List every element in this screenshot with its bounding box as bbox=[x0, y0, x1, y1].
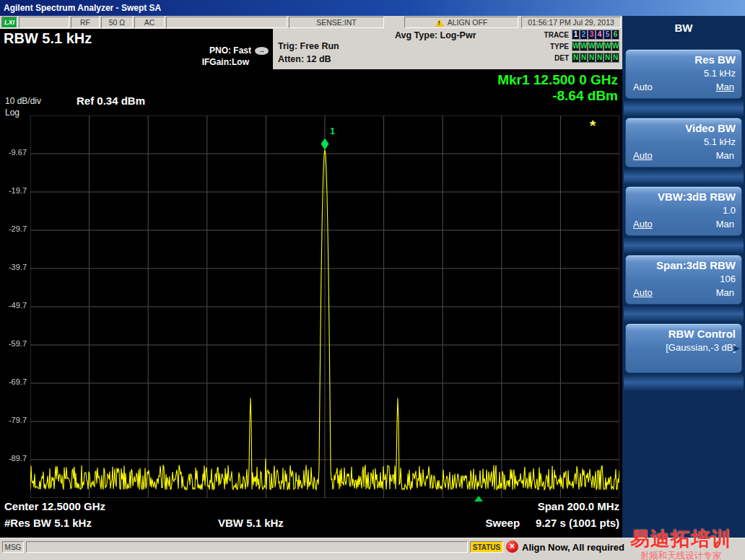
trace-number-6: 6 bbox=[611, 30, 619, 40]
detector-2: N bbox=[580, 53, 588, 63]
type-label: TYPE bbox=[537, 43, 569, 51]
man-option[interactable]: Man bbox=[716, 80, 734, 94]
softkey-gap bbox=[624, 237, 744, 254]
trace-type-row: WWWWWW bbox=[572, 41, 619, 51]
spectrum-analyzer-screen: Agilent Spectrum Analyzer - Swept SA LXI… bbox=[0, 0, 745, 560]
softkey-video-bw[interactable]: Video BW5.1 kHzAutoMan bbox=[625, 118, 742, 167]
y-axis-label: -79.7 bbox=[0, 416, 27, 424]
softkey-vbw-3db-rbw[interactable]: VBW:3dB RBW1.0AutoMan bbox=[625, 186, 742, 236]
softkey-title: Video BW bbox=[632, 121, 736, 136]
detector-3: N bbox=[588, 53, 596, 63]
impedance-indicator: 50 Ω bbox=[101, 17, 133, 28]
trigger-setting: Trig: Free Run bbox=[278, 41, 339, 51]
softkey-menu-title: BW bbox=[622, 22, 745, 34]
pno-setting: PNO: Fast→ bbox=[124, 45, 269, 56]
detector-4: N bbox=[596, 53, 604, 63]
sweep-label: Sweep bbox=[486, 517, 520, 529]
y-axis-label: -19.7 bbox=[0, 186, 27, 195]
y-axis-label: -49.7 bbox=[0, 301, 27, 310]
trace-type-5: W bbox=[604, 41, 611, 51]
trace-number-row: 123456 bbox=[572, 30, 619, 40]
trace-type-4: W bbox=[596, 41, 604, 51]
rf-indicator: RF bbox=[71, 17, 100, 28]
det-label: DET bbox=[537, 54, 569, 62]
message-field bbox=[26, 541, 468, 553]
auto-man-row: AutoMan bbox=[632, 217, 736, 231]
softkey-value: 1.0 bbox=[632, 204, 736, 217]
statusbar-segment bbox=[19, 17, 69, 28]
trace-label: TRACE bbox=[537, 31, 569, 39]
grid-lines bbox=[30, 115, 619, 498]
softkey-gap bbox=[624, 305, 744, 323]
warning-icon: ! bbox=[435, 19, 444, 27]
y-axis-label: -69.7 bbox=[0, 377, 27, 386]
sense-indicator: SENSE:INT bbox=[289, 17, 384, 28]
softkey-panel: BW Res BW5.1 kHzAutoManVideo BW5.1 kHzAu… bbox=[622, 16, 745, 538]
y-axis-label: -29.7 bbox=[0, 224, 27, 233]
softkey-rbw-control[interactable]: RBW Control[Gaussian,-3 dB]▶ bbox=[625, 323, 742, 373]
scale-type: Log bbox=[5, 108, 19, 118]
lxi-icon: LXI bbox=[1, 17, 17, 28]
auto-man-row: AutoMan bbox=[632, 286, 736, 299]
man-option[interactable]: Man bbox=[716, 286, 734, 299]
softkey-value: 5.1 kHz bbox=[632, 67, 736, 80]
softkey-span-3db-rbw[interactable]: Span:3dB RBW106AutoMan bbox=[625, 255, 742, 305]
center-freq-annotation: Center 12.5000 GHz bbox=[4, 500, 105, 512]
softkey-gap bbox=[624, 168, 744, 185]
vbw-annotation: VBW 5.1 kHz bbox=[218, 517, 284, 529]
trace-number-3: 3 bbox=[588, 30, 596, 40]
marker1-number: 1 bbox=[330, 126, 335, 136]
msg-field: MSG bbox=[2, 541, 24, 553]
softkey-title: RBW Control bbox=[632, 326, 736, 341]
auto-option[interactable]: Auto bbox=[633, 80, 653, 94]
softkey-gap bbox=[624, 100, 744, 117]
res-bw-annotation: #Res BW 5.1 kHz bbox=[4, 517, 92, 529]
ref-level: Ref 0.34 dBm bbox=[77, 95, 145, 107]
statusbar-segment bbox=[166, 17, 287, 28]
trace-type-1: W bbox=[572, 41, 580, 51]
auto-option[interactable]: Auto bbox=[633, 286, 653, 299]
softkey-value: 106 bbox=[632, 273, 736, 286]
marker-readout-freq: Mkr1 12.500 0 GHz bbox=[347, 72, 618, 88]
atten-setting: Atten: 12 dB bbox=[278, 54, 331, 64]
align-status: ! ALIGN OFF bbox=[404, 17, 518, 28]
softkey-gap bbox=[624, 374, 744, 391]
softkey-title: Res BW bbox=[632, 52, 736, 67]
y-axis-label: -89.7 bbox=[0, 454, 27, 463]
auto-option[interactable]: Auto bbox=[633, 217, 653, 231]
softkey-title: VBW:3dB RBW bbox=[632, 189, 736, 204]
ifgain-setting: IFGain:Low bbox=[116, 57, 249, 67]
status-field-label: STATUS bbox=[470, 541, 503, 553]
coupling-indicator: AC bbox=[134, 17, 165, 28]
scale-per-div: 10 dB/div bbox=[5, 96, 41, 106]
datetime-display: 01:56:17 PM Jul 29, 2013 bbox=[521, 17, 621, 28]
rbw-large-readout: RBW 5.1 kHz bbox=[4, 30, 92, 47]
trace-type-3: W bbox=[588, 41, 596, 51]
auto-man-row: AutoMan bbox=[632, 149, 736, 162]
marker1-diamond-icon bbox=[321, 139, 329, 150]
pno-text: PNO: Fast bbox=[209, 45, 251, 56]
status-message: Align Now, All required bbox=[522, 542, 624, 553]
y-axis-label: -39.7 bbox=[0, 263, 27, 271]
man-option[interactable]: Man bbox=[716, 149, 734, 162]
error-icon: × bbox=[506, 541, 518, 553]
softkey-res-bw[interactable]: Res BW5.1 kHzAutoMan bbox=[625, 49, 742, 99]
trace-type-2: W bbox=[580, 41, 588, 51]
span-annotation: Span 200.0 MHz bbox=[433, 500, 619, 512]
detector-5: N bbox=[604, 53, 611, 63]
trace-number-4: 4 bbox=[596, 30, 604, 40]
window-title: Agilent Spectrum Analyzer - Swept SA bbox=[4, 3, 161, 13]
sweep-value: 9.27 s (1001 pts) bbox=[536, 517, 619, 529]
man-option[interactable]: Man bbox=[716, 217, 734, 231]
auto-option[interactable]: Auto bbox=[633, 149, 653, 162]
graticule: 1 bbox=[30, 115, 619, 498]
softkey-title: Span:3dB RBW bbox=[632, 258, 736, 273]
softkey-value: [Gaussian,-3 dB] bbox=[632, 341, 736, 354]
align-status-text: ALIGN OFF bbox=[448, 18, 487, 27]
trace-number-2: 2 bbox=[580, 30, 588, 40]
softkey-value: 5.1 kHz bbox=[632, 136, 736, 149]
trace-number-5: 5 bbox=[604, 30, 611, 40]
detector-row: NNNNNN bbox=[572, 53, 619, 63]
submenu-arrow-icon: ▶ bbox=[734, 344, 740, 353]
trace-number-1: 1 bbox=[572, 30, 580, 40]
